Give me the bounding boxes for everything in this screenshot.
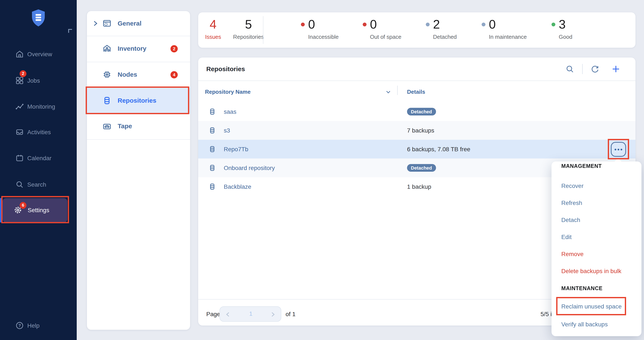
nodes-badge: 4 <box>170 71 178 78</box>
page-of-label: of 1 <box>286 310 296 318</box>
jobs-badge: 2 <box>20 70 26 77</box>
sidebar-item-calendar[interactable]: Calendar <box>0 150 77 166</box>
stat-value: 4 <box>200 17 226 32</box>
table-row-saas[interactable]: saas Detached <box>198 102 636 121</box>
status-dot-gray <box>482 22 486 26</box>
sidebar-item-monitoring[interactable]: Monitoring <box>0 98 77 115</box>
database-icon <box>102 96 112 105</box>
stat-label: Inaccessible <box>308 34 338 40</box>
search-icon <box>15 180 24 189</box>
menu-item-refresh[interactable]: Refresh <box>561 200 582 207</box>
subnav-item-inventory[interactable]: Inventory 2 <box>87 36 190 62</box>
repository-name[interactable]: Repo7Tb <box>224 140 248 158</box>
panel-title: Repositories <box>206 58 245 80</box>
divider <box>198 80 636 81</box>
menu-caret <box>614 158 622 162</box>
repository-name[interactable]: Onboard repository <box>224 158 275 177</box>
status-dot-gray <box>426 22 430 26</box>
status-dot-red <box>301 22 305 26</box>
menu-item-remove[interactable]: Remove <box>561 250 584 258</box>
sidebar-item-help[interactable]: ? Help <box>0 317 77 334</box>
subnav-item-tape[interactable]: Tape <box>87 114 190 139</box>
repository-details: 1 backup <box>407 177 431 196</box>
menu-item-reclaim-unused-space[interactable]: Reclaim unused space <box>561 303 622 310</box>
stat-issues: 4 Issues <box>200 17 226 40</box>
stat-label: Issues <box>200 34 226 40</box>
menu-item-edit[interactable]: Edit <box>561 234 572 241</box>
stat-value: 0 <box>308 17 338 32</box>
subnav-item-label: Nodes <box>118 71 137 78</box>
shield-logo <box>31 9 46 27</box>
sidebar-item-label: Activities <box>27 124 51 140</box>
app-root: Overview 2 Jobs Monitoring <box>0 0 644 340</box>
sidebar-item-search[interactable]: Search <box>0 176 77 193</box>
database-icon <box>208 164 216 172</box>
status-badge: Detached <box>407 164 436 172</box>
column-header-details: Details <box>407 88 425 96</box>
repository-details: 6 backups, 7.08 TB free <box>407 140 470 158</box>
search-icon[interactable] <box>566 65 574 73</box>
svg-text:?: ? <box>18 323 21 328</box>
subnav-item-nodes[interactable]: Nodes 4 <box>87 62 190 88</box>
stat-out-of-space: 0 Out of space <box>370 17 401 40</box>
row-actions-ellipsis-button[interactable] <box>611 142 626 157</box>
divider <box>397 86 398 95</box>
sidebar-item-label: Search <box>27 176 46 193</box>
stat-value: 0 <box>370 17 401 32</box>
repository-name[interactable]: s3 <box>224 121 230 140</box>
repository-name[interactable]: saas <box>224 102 236 121</box>
column-header-repository-name[interactable]: Repository Name <box>205 88 250 96</box>
chevron-right-icon[interactable] <box>271 312 275 317</box>
menu-item-recover[interactable]: Recover <box>561 182 584 190</box>
subnav-item-general[interactable]: General <box>87 11 190 36</box>
stat-good: 3 Good <box>559 17 572 40</box>
sidebar-item-settings[interactable]: 6 Settings <box>2 198 67 222</box>
menu-item-verify-all-backups[interactable]: Verify all backups <box>561 321 608 328</box>
subnav-item-label: General <box>118 20 142 27</box>
divider <box>263 16 264 44</box>
database-icon <box>208 108 216 116</box>
stat-label: Out of space <box>370 34 401 40</box>
refresh-icon[interactable] <box>591 65 599 73</box>
window-gear-icon <box>102 19 112 28</box>
plus-icon[interactable] <box>612 65 620 73</box>
stat-in-maintenance: 0 In maintenance <box>489 17 527 40</box>
stat-value: 0 <box>489 17 527 32</box>
menu-item-delete-backups-in-bulk[interactable]: Delete backups in bulk <box>561 268 622 275</box>
repository-name[interactable]: Backblaze <box>224 177 251 196</box>
subnav-item-repositories[interactable]: Repositories <box>87 88 190 114</box>
sidebar-item-jobs[interactable]: 2 Jobs <box>0 72 77 89</box>
database-icon <box>208 126 216 134</box>
sidebar-item-label: Monitoring <box>27 98 55 115</box>
divider <box>582 64 583 74</box>
selected-indicator <box>0 198 2 222</box>
table-row-s3[interactable]: s3 7 backups <box>198 121 636 140</box>
status-dot-green <box>552 22 555 26</box>
pagination-control: 1 <box>220 306 281 322</box>
menu-item-detach[interactable]: Detach <box>561 216 580 224</box>
collapse-corner-icon[interactable] <box>68 29 72 33</box>
database-icon <box>208 183 216 190</box>
stat-label: Detached <box>433 34 457 40</box>
settings-badge: 6 <box>20 202 26 209</box>
table-row-repo7tb[interactable]: Repo7Tb 6 backups, 7.08 TB free <box>198 140 636 158</box>
subnav-item-label: Repositories <box>118 97 156 104</box>
status-dot-red <box>363 22 366 26</box>
sidebar-item-label: Jobs <box>27 72 40 89</box>
subnav-item-label: Inventory <box>118 45 146 52</box>
sidebar-item-overview[interactable]: Overview <box>0 46 77 63</box>
divider <box>87 139 190 140</box>
sidebar-item-label: Calendar <box>27 150 52 166</box>
stat-detached: 2 Detached <box>433 17 457 40</box>
menu-section-management: MANAGEMENT <box>561 163 602 169</box>
home-icon <box>15 50 24 58</box>
stat-inaccessible: 0 Inaccessible <box>308 17 338 40</box>
grid-icon <box>15 76 24 85</box>
sidebar-item-activities[interactable]: Activities <box>0 124 77 140</box>
page-label: Page <box>206 310 220 318</box>
sidebar-item-label: Help <box>27 317 40 334</box>
monitoring-icon <box>15 102 24 111</box>
status-badge: Detached <box>407 108 436 116</box>
warehouse-icon <box>102 44 112 53</box>
sort-chevron-icon[interactable] <box>386 90 391 94</box>
